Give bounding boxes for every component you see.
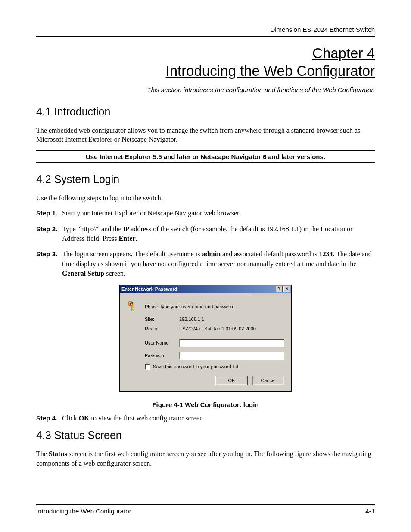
dialog-prompt: Please type your user name and password. [145,304,236,309]
login-dialog: Enter Network Password ? × Please type y… [119,285,292,392]
key-icon [127,300,140,313]
footer-left: Introducing the Web Configurator [36,507,131,515]
site-label: Site: [145,317,179,322]
close-button[interactable]: × [283,286,290,292]
footer-rule [36,504,375,505]
step-2-body: Type "http://" and the IP address of the… [62,224,375,244]
figure-caption: Figure 4-1 Web Configurator: login [36,401,375,408]
chapter-intro: This section introduces the configuratio… [36,86,375,93]
footer-right: 4-1 [365,507,375,515]
step-3-b2: 1234 [319,250,333,258]
step-4-body: Click OK to view the first web configura… [62,414,375,423]
svg-point-1 [130,302,131,304]
step-3-body: The login screen appears. The default us… [62,249,375,278]
step-3-b1: admin [202,250,221,258]
step-3-t1: The login screen appears. The default us… [62,250,202,258]
svg-point-2 [131,302,133,304]
header-rule [36,36,375,37]
step-1-body: Start your Internet Explorer or Netscape… [62,208,375,218]
save-password-label: Save this password in your password list [153,364,238,369]
para-4-1: The embedded web configurator allows you… [36,126,375,144]
dialog-body: Please type your user name and password.… [120,293,291,391]
login-dialog-figure: Enter Network Password ? × Please type y… [36,285,375,392]
para-4-3: The Status screen is the first web confi… [36,449,375,468]
step-3-t4: screen. [104,270,125,277]
step-2-bold: Enter [119,235,136,242]
step-2-post: . [136,235,137,242]
chapter-name: Introducing the Web Configurator [165,63,375,79]
para-4-3-bold: Status [49,450,67,457]
header-product: Dimension ES-2024 Ethernet Switch [36,26,375,33]
para-4-3-pre: The [36,450,49,457]
step-1-label: Step 1. [36,208,62,218]
step-2-label: Step 2. [36,224,62,244]
step-3-label: Step 3. [36,249,62,278]
username-input[interactable] [179,339,284,347]
ok-button[interactable]: OK [215,376,248,385]
page-footer: Introducing the Web Configurator 4-1 [36,504,375,515]
chapter-number: Chapter 4 [312,45,375,61]
help-button[interactable]: ? [276,286,283,292]
para-4-2-intro: Use the following steps to log into the … [36,193,375,203]
cancel-button[interactable]: Cancel [252,376,284,385]
password-label: Password [145,353,179,358]
step-2-pre: Type "http://" and the IP address of the… [62,225,352,242]
step-1: Step 1. Start your Internet Explorer or … [36,208,375,218]
heading-4-2: 4.2 System Login [36,173,375,186]
chapter-title: Chapter 4 Introducing the Web Configurat… [36,44,375,80]
username-label: User Name [145,340,179,345]
save-password-checkbox[interactable] [145,364,150,370]
step-3-b3: General Setup [62,270,104,277]
step-3-t2: and associated default password is [221,250,319,258]
realm-label: Realm [145,326,179,331]
password-input[interactable] [179,352,284,360]
heading-4-3: 4.3 Status Screen [36,429,375,442]
para-4-3-post: screen is the first web configurator scr… [36,450,371,467]
dialog-title: Enter Network Password [121,286,275,292]
dialog-titlebar: Enter Network Password ? × [120,285,291,293]
step-4-bold: OK [79,414,90,422]
heading-4-1: 4.1 Introduction [36,106,375,118]
step-4-label: Step 4. [36,414,62,423]
step-4-pre: Click [62,414,79,422]
site-value: 192.168.1.1 [179,317,204,322]
realm-value: ES-2024 at Sat Jan 1 01:09:02 2000 [179,326,256,331]
step-4: Step 4. Click OK to view the first web c… [36,414,375,423]
step-4-post: to view the first web configurator scree… [90,414,205,422]
step-3: Step 3. The login screen appears. The de… [36,249,375,278]
step-2: Step 2. Type "http://" and the IP addres… [36,224,375,244]
version-note: Use Internet Explorer 5.5 and later or N… [36,150,375,163]
